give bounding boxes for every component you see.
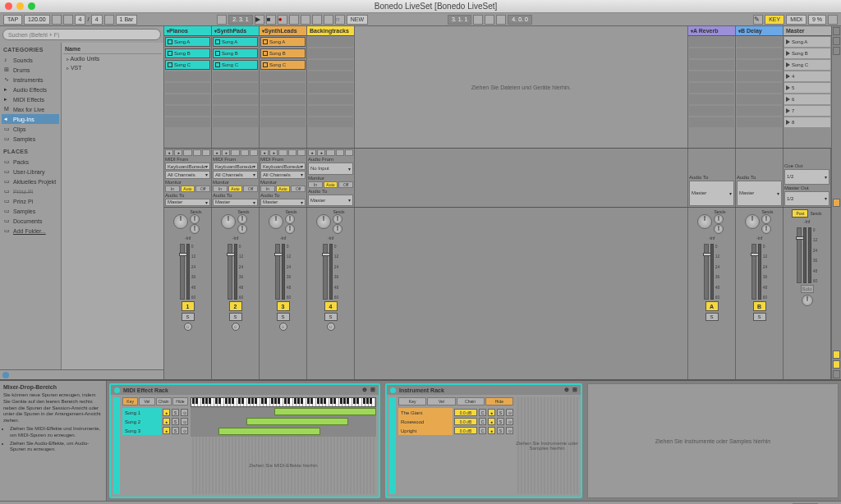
clip-slot[interactable]: Song B — [165, 48, 210, 58]
midi-capture[interactable]: NEW — [347, 15, 368, 25]
empty-clip-slot[interactable] — [165, 117, 210, 127]
device-activator[interactable] — [390, 387, 396, 393]
chain-row[interactable]: Song 3●S⊙ — [122, 426, 188, 435]
pan-knob[interactable] — [697, 214, 712, 229]
empty-clip-slot[interactable] — [737, 94, 782, 104]
rand-icon[interactable]: ⊞ — [370, 387, 375, 393]
browser-item[interactable]: ▹ Audio Units — [63, 54, 162, 63]
empty-clip-slot[interactable] — [308, 60, 353, 70]
tempo-field[interactable]: 120.00 — [24, 15, 49, 25]
key-zone-bar[interactable] — [218, 428, 320, 435]
quantize-menu[interactable]: 1 Bar — [116, 15, 138, 25]
chain-pan[interactable]: C — [479, 427, 486, 434]
send-knob[interactable] — [714, 214, 724, 224]
metronome-button[interactable] — [104, 15, 114, 25]
overview-toggle[interactable] — [833, 370, 840, 378]
track-activator[interactable]: A — [705, 301, 719, 311]
tap-tempo-button[interactable]: TAP — [3, 15, 22, 25]
output-select[interactable]: Master▾ — [213, 199, 258, 206]
scene-play-icon[interactable] — [786, 51, 790, 56]
key-zone-button[interactable]: Key — [122, 397, 138, 405]
solo-button[interactable]: S — [324, 313, 338, 321]
mixer-section-toggle[interactable] — [833, 199, 840, 207]
arm-button[interactable]: ○ — [184, 323, 192, 331]
empty-clip-slot[interactable] — [689, 71, 734, 81]
clip-slot[interactable]: Song A — [165, 37, 210, 47]
time-sig-den[interactable]: 4 — [91, 15, 103, 25]
clip-slot[interactable]: Song C — [260, 60, 306, 70]
session-record-button[interactable]: ○ — [335, 15, 345, 25]
scene-slot[interactable]: Song B — [784, 48, 830, 58]
input-channel-select[interactable]: All Channels▾ — [165, 171, 210, 178]
monitor-auto[interactable]: Auto — [324, 181, 338, 188]
clip-play-icon[interactable] — [168, 51, 172, 56]
close-icon[interactable] — [5, 2, 12, 10]
input-type-select[interactable]: KeyboardBonedo▾ — [260, 163, 306, 170]
chain-hot-swap[interactable]: ⊙ — [506, 409, 513, 416]
chain-solo[interactable]: S — [497, 418, 504, 425]
rack-handle[interactable] — [113, 397, 120, 494]
volume-fader[interactable] — [704, 244, 709, 300]
chain-activator[interactable]: ● — [163, 409, 170, 416]
track-delay-toggle[interactable] — [833, 360, 840, 369]
empty-clip-slot[interactable] — [213, 94, 258, 104]
clip-play-icon[interactable] — [215, 62, 220, 67]
cue-volume-knob[interactable] — [802, 295, 813, 306]
output-select[interactable]: Master▾ — [165, 199, 210, 206]
chain-name[interactable]: Song 1 — [122, 408, 161, 417]
monitor-in[interactable]: In — [213, 186, 227, 192]
chain-hot-swap[interactable]: ⊙ — [506, 427, 513, 434]
scene-play-icon[interactable] — [786, 97, 790, 102]
io-indicator[interactable] — [202, 149, 210, 156]
io-indicator[interactable] — [278, 149, 287, 156]
send-knob[interactable] — [761, 224, 771, 234]
scene-slot[interactable]: 8 — [784, 117, 830, 127]
scene-play-icon[interactable] — [786, 39, 790, 44]
clip-play-icon[interactable] — [215, 51, 220, 56]
category-clips[interactable]: ▭Clips — [2, 124, 59, 134]
io-indicator[interactable]: ● — [317, 149, 325, 156]
nudge-up-button[interactable] — [63, 15, 73, 25]
empty-clip-slot[interactable] — [737, 106, 782, 116]
device-drop-area[interactable]: Ziehen Sie Instrumente oder Samples hier… — [587, 383, 839, 498]
chain-name[interactable]: Upright — [398, 426, 453, 435]
loop-start[interactable]: 3. 1. 1 — [448, 15, 471, 25]
loop-button[interactable] — [485, 15, 494, 25]
category-max-for-live[interactable]: MMax for Live — [2, 104, 59, 114]
master-out-select[interactable]: 1/2▾ — [784, 191, 830, 206]
hide-button[interactable]: Hide — [172, 397, 188, 405]
clip-play-icon[interactable] — [263, 51, 268, 56]
empty-clip-slot[interactable] — [260, 71, 306, 81]
scene-slot[interactable]: Song C — [784, 60, 830, 70]
volume-fader[interactable] — [180, 244, 185, 300]
send-knob[interactable] — [761, 214, 771, 224]
key-zone-bar[interactable] — [274, 408, 376, 415]
arm-button[interactable]: ○ — [327, 323, 335, 331]
monitor-auto[interactable]: Auto — [276, 186, 291, 192]
monitor-off[interactable]: Off — [243, 186, 258, 192]
io-indicator[interactable]: ● — [174, 149, 182, 156]
empty-clip-slot[interactable] — [213, 106, 258, 116]
hide-button[interactable]: Hide — [485, 397, 513, 405]
track-header[interactable]: ▾ SynthPads — [212, 26, 259, 36]
output-select[interactable]: Master▾ — [260, 199, 306, 206]
play-button[interactable]: ▶ — [255, 15, 264, 25]
chain-hot-swap[interactable]: ⊙ — [181, 409, 188, 416]
scene-play-icon[interactable] — [786, 85, 790, 90]
chain-row[interactable]: The Giant0.0 dBC●S⊙ — [398, 408, 513, 417]
empty-clip-slot[interactable] — [689, 83, 734, 93]
chain-row[interactable]: Upright0.0 dBC●S⊙ — [398, 426, 513, 435]
chain-activator[interactable]: ● — [488, 418, 495, 425]
io-indicator[interactable]: ● — [213, 149, 221, 156]
chain-name[interactable]: The Giant — [398, 408, 453, 417]
empty-clip-slot[interactable] — [689, 117, 734, 127]
chain-activator[interactable]: ● — [488, 409, 495, 416]
io-indicator[interactable]: ● — [308, 149, 316, 156]
chain-solo[interactable]: S — [497, 409, 504, 416]
loop-length[interactable]: 4. 0. 0 — [508, 15, 531, 25]
search-input[interactable] — [2, 29, 161, 40]
input-channel-select[interactable]: All Channels▾ — [260, 171, 306, 178]
follow-button[interactable] — [217, 15, 227, 25]
io-indicator[interactable] — [241, 149, 249, 156]
clip-slot[interactable]: Song A — [260, 37, 306, 47]
